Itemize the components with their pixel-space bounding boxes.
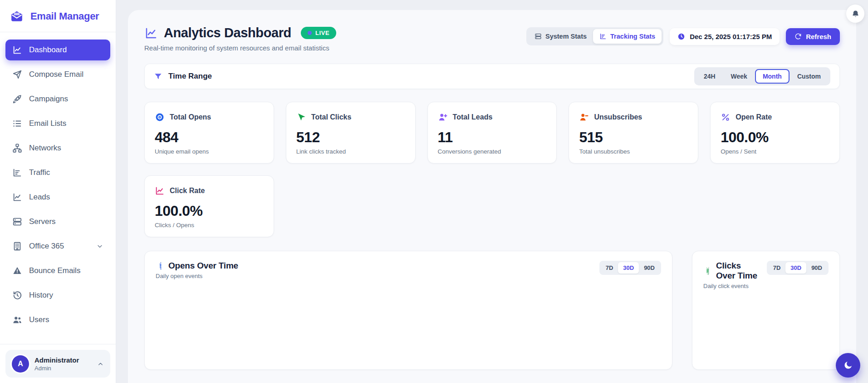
sidebar-item-bounce-emails[interactable]: Bounce Emails: [5, 260, 110, 281]
sidebar-item-email-lists[interactable]: Email Lists: [5, 113, 110, 134]
stat-subtitle: Clicks / Opens: [155, 222, 264, 229]
refresh-label: Refresh: [806, 33, 831, 40]
time-range-options: 24H Week Month Custom: [694, 67, 830, 85]
clicks-range-7d[interactable]: 7D: [768, 262, 786, 274]
stat-value: 11: [438, 129, 547, 146]
opens-range-30d[interactable]: 30D: [618, 262, 639, 274]
send-icon: [12, 70, 22, 80]
svg-text:35: 35: [708, 267, 709, 268]
sidebar-item-traffic[interactable]: Traffic: [5, 162, 110, 183]
stat-value: 512: [296, 129, 405, 146]
dashboard-icon: [12, 45, 22, 55]
time-range-week[interactable]: Week: [723, 69, 755, 84]
network-icon: [12, 143, 22, 153]
sidebar-item-networks[interactable]: Networks: [5, 138, 110, 159]
chart-subtitle: Daily click events: [703, 283, 762, 289]
refresh-icon: [794, 33, 802, 40]
time-range-label: Time Range: [168, 72, 212, 81]
sidebar-item-campaigns[interactable]: Campaigns: [5, 89, 110, 109]
user-minus-icon: [579, 112, 589, 122]
app-logo: Email Manager: [0, 0, 116, 32]
clicks-over-time-card: 5101520253035 Clicks Over Time Daily cli…: [692, 251, 840, 370]
charts-row: 1015202530 Opens Over Time Daily open ev…: [144, 251, 840, 370]
live-badge: LIVE: [301, 27, 336, 39]
stat-value: 484: [155, 129, 264, 146]
notifications-button[interactable]: [846, 5, 864, 23]
chevron-up-icon: [97, 361, 104, 368]
header-controls: System Stats Tracking Stats Dec 25, 2025…: [526, 27, 840, 45]
opens-range-7d[interactable]: 7D: [601, 262, 618, 274]
sidebar-item-leads[interactable]: Leads: [5, 187, 110, 208]
chart-bar-icon: [599, 33, 607, 40]
time-range-bar: Time Range 24H Week Month Custom: [144, 64, 840, 89]
sidebar-nav: Dashboard Compose Email Campaigns Email …: [0, 32, 116, 344]
header-left: Analytics Dashboard LIVE Real-time monit…: [144, 25, 336, 52]
user-name: Administrator: [34, 356, 92, 364]
analytics-chart-icon: [144, 26, 158, 40]
time-range-month[interactable]: Month: [755, 69, 790, 84]
user-role: Admin: [34, 365, 92, 372]
avatar: A: [12, 355, 29, 373]
live-dot-icon: [308, 31, 312, 35]
user-info: Administrator Admin: [34, 356, 92, 372]
stat-value: 100.0%: [721, 129, 829, 146]
page-subtitle: Real-time monitoring of system resources…: [144, 44, 336, 52]
stat-subtitle: Link clicks tracked: [296, 148, 405, 155]
stat-card-total-clicks: Total Clicks 512 Link clicks tracked: [286, 102, 416, 164]
stat-card-total-opens: Total Opens 484 Unique email opens: [144, 102, 274, 164]
stat-card-click-rate: Click Rate 100.0% Clicks / Opens: [144, 175, 274, 237]
sidebar-item-compose-email[interactable]: Compose Email: [5, 64, 110, 85]
stat-subtitle: Conversions generated: [438, 148, 547, 155]
warning-icon: [12, 266, 22, 276]
opens-chart: [156, 283, 661, 369]
cursor-icon: [296, 112, 306, 122]
sidebar-item-servers[interactable]: Servers: [5, 211, 110, 232]
sidebar-item-office-365[interactable]: Office 365: [5, 236, 110, 257]
sidebar-item-history[interactable]: History: [5, 285, 110, 306]
clicks-range-90d[interactable]: 90D: [806, 262, 827, 274]
user-plus-icon: [438, 112, 448, 122]
percent-icon: [721, 112, 731, 122]
chart-title: Opens Over Time: [168, 261, 238, 271]
stat-value: 100.0%: [155, 203, 264, 219]
bell-icon: [851, 10, 860, 18]
users-icon: [12, 315, 22, 325]
servers-icon: [535, 33, 542, 40]
view-toggle-tracking-stats[interactable]: Tracking Stats: [593, 29, 662, 44]
cursor-icon: 5101520253035: [703, 267, 711, 275]
dark-mode-toggle[interactable]: [836, 353, 860, 378]
clicks-range-30d[interactable]: 30D: [785, 262, 806, 274]
eye-icon: [155, 112, 165, 122]
user-card[interactable]: A Administrator Admin: [5, 350, 110, 378]
clicks-chart: [703, 293, 829, 370]
chevron-down-icon: [96, 243, 103, 250]
main-panel: Analytics Dashboard LIVE Real-time monit…: [128, 10, 856, 383]
stat-value: 515: [579, 129, 688, 146]
view-toggle-system-stats[interactable]: System Stats: [528, 29, 593, 44]
sidebar: Email Manager Dashboard Compose Email Ca…: [0, 0, 116, 383]
sidebar-item-users[interactable]: Users: [5, 309, 110, 330]
datetime-value: Dec 25, 2025 01:17:25 PM: [690, 33, 772, 40]
page-title: Analytics Dashboard: [164, 25, 291, 40]
list-icon: [12, 119, 22, 129]
chart-title: Clicks Over Time: [716, 261, 762, 281]
history-icon: [12, 290, 22, 300]
sidebar-item-dashboard[interactable]: Dashboard: [5, 40, 110, 60]
stat-subtitle: Unique email opens: [155, 148, 264, 155]
stat-card-unsubscribes: Unsubscribes 515 Total unsubscribes: [569, 102, 698, 164]
refresh-button[interactable]: Refresh: [786, 28, 840, 45]
chart-line-icon: [155, 186, 165, 196]
live-label: LIVE: [315, 30, 329, 36]
leads-icon: [12, 192, 22, 202]
filter-funnel-icon: [154, 72, 162, 81]
app-name: Email Manager: [30, 10, 99, 22]
email-manager-logo-icon: [9, 10, 25, 23]
stat-card-total-leads: Total Leads 11 Conversions generated: [427, 102, 557, 164]
opens-range-90d[interactable]: 90D: [639, 262, 660, 274]
rocket-icon: [12, 94, 22, 104]
eye-icon: 1015202530: [156, 262, 164, 270]
time-range-custom[interactable]: Custom: [790, 69, 829, 84]
stat-card-open-rate: Open Rate 100.0% Opens / Sent: [710, 102, 840, 164]
view-toggle: System Stats Tracking Stats: [526, 27, 663, 45]
time-range-24h[interactable]: 24H: [696, 69, 723, 84]
